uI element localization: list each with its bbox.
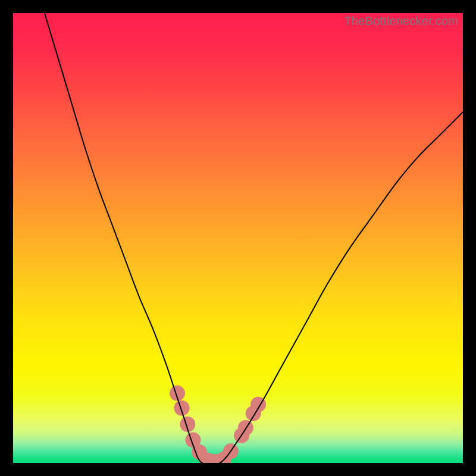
bottleneck-chart (13, 13, 463, 463)
plot-frame: TheBottlenecker.com (13, 13, 463, 463)
data-marker (174, 400, 190, 416)
gradient-background (13, 13, 463, 463)
attribution-watermark: TheBottlenecker.com (344, 14, 458, 28)
